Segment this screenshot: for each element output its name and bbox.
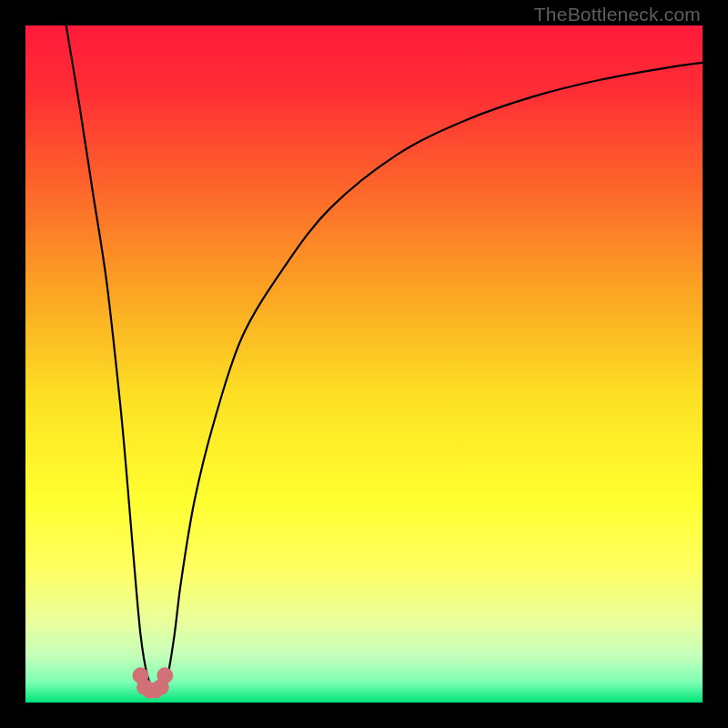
optimum-markers <box>133 667 174 698</box>
plot-area <box>25 25 703 703</box>
watermark-text: TheBottleneck.com <box>534 4 701 25</box>
chart-frame: TheBottleneck.com <box>0 0 728 728</box>
curve-layer <box>25 25 703 703</box>
optimum-marker <box>157 667 173 683</box>
bottleneck-curve <box>66 25 703 691</box>
